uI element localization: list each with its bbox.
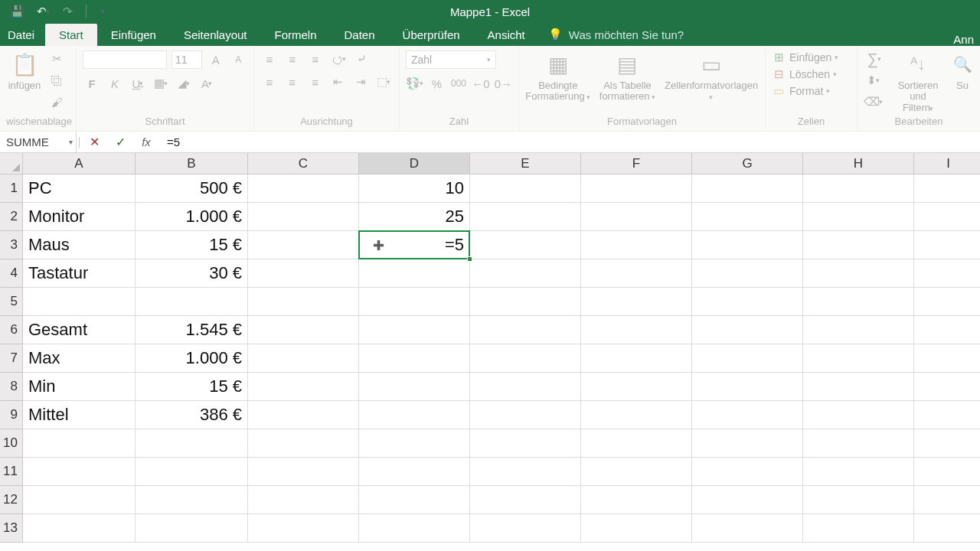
cell-A8[interactable]: Min xyxy=(23,373,136,401)
cell-E8[interactable] xyxy=(470,373,581,401)
autosum-icon[interactable]: ∑▾ xyxy=(864,51,885,67)
number-format-dropdown[interactable]: Zahl▾ xyxy=(406,51,496,69)
cell-E6[interactable] xyxy=(470,316,581,344)
cell-B4[interactable]: 30 € xyxy=(136,259,248,288)
cell-I2[interactable] xyxy=(914,203,980,231)
cancel-formula-button[interactable]: ✕ xyxy=(81,132,107,152)
tab-data[interactable]: Daten xyxy=(331,24,389,46)
cell-B8[interactable]: 15 € xyxy=(136,373,248,401)
cell-D1[interactable]: 10 xyxy=(359,174,470,203)
cell-H5[interactable] xyxy=(803,288,914,316)
cell-B10[interactable] xyxy=(136,429,248,458)
cell-F1[interactable] xyxy=(581,174,692,203)
column-header-E[interactable]: E xyxy=(470,153,581,174)
font-color-icon[interactable]: A▾ xyxy=(198,75,216,92)
cell-G1[interactable] xyxy=(692,174,803,203)
cell-D11[interactable] xyxy=(359,458,470,486)
format-as-table-button[interactable]: ▤ Als Tabelleformatieren ▾ xyxy=(596,51,660,113)
cell-I1[interactable] xyxy=(914,174,980,203)
cell-E7[interactable] xyxy=(470,344,581,373)
column-header-F[interactable]: F xyxy=(581,153,692,174)
font-name-input[interactable] xyxy=(83,51,167,69)
cell-F10[interactable] xyxy=(581,429,692,458)
cell-I4[interactable] xyxy=(914,259,980,288)
paste-button[interactable]: 📋 infügen xyxy=(6,51,43,113)
decrease-indent-icon[interactable]: ⇤ xyxy=(328,73,347,90)
column-header-D[interactable]: D xyxy=(359,153,470,174)
cell-G11[interactable] xyxy=(692,458,803,486)
copy-icon[interactable]: ⿻ xyxy=(47,72,66,89)
cell-C8[interactable] xyxy=(248,373,359,401)
row-header-5[interactable]: 5 xyxy=(0,288,23,316)
font-size-input[interactable] xyxy=(172,51,202,69)
cell-B3[interactable]: 15 € xyxy=(136,231,248,259)
cell-B11[interactable] xyxy=(136,458,248,486)
cell-D3[interactable]: =5 xyxy=(359,231,470,259)
underline-button[interactable]: U▾ xyxy=(129,75,147,92)
cell-A11[interactable] xyxy=(23,458,136,486)
increase-decimal-icon[interactable]: ←0 xyxy=(472,75,489,92)
row-header-10[interactable]: 10 xyxy=(0,429,23,458)
fill-handle[interactable] xyxy=(467,256,472,262)
cell-E2[interactable] xyxy=(470,203,581,231)
align-top-icon[interactable]: ≡ xyxy=(260,51,279,67)
cell-D8[interactable] xyxy=(359,373,470,401)
borders-icon[interactable]: ▦▾ xyxy=(152,75,170,92)
row-header-7[interactable]: 7 xyxy=(0,344,23,373)
column-header-A[interactable]: A xyxy=(23,153,136,174)
cell-A7[interactable]: Max xyxy=(23,344,136,373)
cell-A3[interactable]: Maus xyxy=(23,231,136,259)
cell-I7[interactable] xyxy=(914,344,980,373)
cell-E13[interactable] xyxy=(470,514,581,543)
cell-B2[interactable]: 1.000 € xyxy=(136,203,248,231)
cell-A5[interactable] xyxy=(23,288,136,316)
cell-A1[interactable]: PC xyxy=(23,174,136,203)
percent-format-icon[interactable]: % xyxy=(428,75,446,92)
cell-H1[interactable] xyxy=(803,174,914,203)
undo-icon[interactable]: ↶ ▾ xyxy=(31,2,55,21)
fill-icon[interactable]: ⬍▾ xyxy=(864,72,882,89)
cell-A6[interactable]: Gesamt xyxy=(23,316,136,344)
row-header-3[interactable]: 3 xyxy=(0,231,23,259)
chevron-down-icon[interactable]: ▾ xyxy=(69,138,73,146)
cell-G10[interactable] xyxy=(692,429,803,458)
cell-C5[interactable] xyxy=(248,288,359,316)
cell-B5[interactable] xyxy=(136,288,248,316)
cell-D5[interactable] xyxy=(359,288,470,316)
cell-D7[interactable] xyxy=(359,344,470,373)
cell-D10[interactable] xyxy=(359,429,470,458)
orientation-icon[interactable]: ⭯▾ xyxy=(329,51,348,67)
column-header-G[interactable]: G xyxy=(692,153,803,174)
cell-B6[interactable]: 1.545 € xyxy=(136,316,248,344)
cell-C9[interactable] xyxy=(248,401,359,429)
cell-H4[interactable] xyxy=(803,259,914,288)
cell-E10[interactable] xyxy=(470,429,581,458)
cell-H9[interactable] xyxy=(803,401,914,429)
comma-format-icon[interactable]: 000 xyxy=(450,75,468,92)
cell-E5[interactable] xyxy=(470,288,581,316)
row-header-11[interactable]: 11 xyxy=(0,458,23,486)
cell-B1[interactable]: 500 € xyxy=(136,174,248,203)
cell-H13[interactable] xyxy=(803,514,914,543)
italic-button[interactable]: K xyxy=(106,75,124,92)
cell-A13[interactable] xyxy=(23,514,136,543)
cell-H11[interactable] xyxy=(803,458,914,486)
cell-F9[interactable] xyxy=(581,401,692,429)
cell-A2[interactable]: Monitor xyxy=(23,203,136,231)
cell-E1[interactable] xyxy=(470,174,581,203)
tab-home[interactable]: Start xyxy=(45,24,97,46)
align-bottom-icon[interactable]: ≡ xyxy=(306,51,325,67)
cell-F11[interactable] xyxy=(581,458,692,486)
cell-G6[interactable] xyxy=(692,316,803,344)
row-header-9[interactable]: 9 xyxy=(0,401,23,429)
cell-B13[interactable] xyxy=(136,514,248,543)
cell-I13[interactable] xyxy=(914,514,980,543)
cell-B7[interactable]: 1.000 € xyxy=(136,344,248,373)
cut-icon[interactable]: ✂ xyxy=(47,51,66,67)
redo-icon[interactable]: ↷ ▾ xyxy=(57,2,81,21)
insert-function-button[interactable]: fx xyxy=(133,132,159,152)
cell-C11[interactable] xyxy=(248,458,359,486)
spreadsheet-grid[interactable]: ABCDEFGHI 12345678910111213 PC500 €10Mon… xyxy=(0,153,980,551)
cell-A9[interactable]: Mittel xyxy=(23,401,136,429)
cell-F2[interactable] xyxy=(581,203,692,231)
